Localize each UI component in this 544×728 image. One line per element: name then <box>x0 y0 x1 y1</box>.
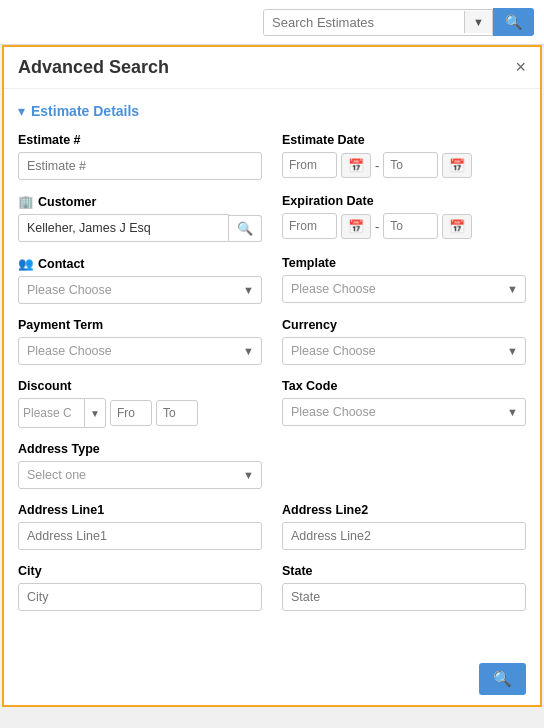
panel-body: ▾ Estimate Details Estimate # Estimate D… <box>4 89 540 705</box>
close-button[interactable]: × <box>515 57 526 78</box>
address-line1-label: Address Line1 <box>18 503 262 517</box>
estimate-num-label: Estimate # <box>18 133 262 147</box>
estimate-date-group: Estimate Date 📅 - 📅 <box>282 133 526 180</box>
template-label: Template <box>282 256 526 270</box>
search-input[interactable] <box>264 10 464 35</box>
estimate-num-input[interactable] <box>18 152 262 180</box>
customer-search-button[interactable]: 🔍 <box>229 215 262 242</box>
address-type-select[interactable]: Select one <box>18 461 262 489</box>
expiration-to-calendar[interactable]: 📅 <box>442 214 472 239</box>
section-toggle-icon[interactable]: ▾ <box>18 103 25 119</box>
search-button-top[interactable]: 🔍 <box>493 8 534 36</box>
tax-code-label: Tax Code <box>282 379 526 393</box>
customer-input-wrap: 🔍 <box>18 214 262 242</box>
contact-select-wrap: Please Choose ▼ <box>18 276 262 304</box>
address-line1-input[interactable] <box>18 522 262 550</box>
discount-dropdown-arrow: ▼ <box>84 399 105 427</box>
customer-icon: 🏢 <box>18 194 34 209</box>
payment-term-group: Payment Term Please Choose ▼ <box>18 318 262 365</box>
currency-select-wrap: Please Choose ▼ <box>282 337 526 365</box>
address-line2-group: Address Line2 <box>282 503 526 550</box>
section-header: ▾ Estimate Details <box>18 103 526 119</box>
currency-select[interactable]: Please Choose <box>282 337 526 365</box>
bottom-bar: 🔍 <box>465 653 540 705</box>
contact-icon: 👥 <box>18 256 34 271</box>
search-icon-bottom: 🔍 <box>493 670 512 687</box>
address-line1-group: Address Line1 <box>18 503 262 550</box>
template-group: Template Please Choose ▼ <box>282 256 526 304</box>
template-select-wrap: Please Choose ▼ <box>282 275 526 303</box>
estimate-date-to-calendar[interactable]: 📅 <box>442 153 472 178</box>
panel-header: Advanced Search × <box>4 47 540 89</box>
discount-from-input[interactable] <box>110 400 152 426</box>
city-label: City <box>18 564 262 578</box>
expiration-date-label: Expiration Date <box>282 194 526 208</box>
estimate-date-to[interactable] <box>383 152 438 178</box>
empty-right-group <box>282 442 526 489</box>
tax-code-select[interactable]: Please Choose <box>282 398 526 426</box>
expiration-from-calendar[interactable]: 📅 <box>341 214 371 239</box>
expiration-date-range: 📅 - 📅 <box>282 213 526 239</box>
state-label: State <box>282 564 526 578</box>
customer-input[interactable] <box>18 214 229 242</box>
state-input[interactable] <box>282 583 526 611</box>
customer-group: 🏢 Customer 🔍 <box>18 194 262 242</box>
currency-group: Currency Please Choose ▼ <box>282 318 526 365</box>
section-title: Estimate Details <box>31 103 139 119</box>
search-button-bottom[interactable]: 🔍 <box>479 663 526 695</box>
discount-row: Please C ▼ <box>18 398 262 428</box>
estimate-date-range: 📅 - 📅 <box>282 152 526 178</box>
city-input[interactable] <box>18 583 262 611</box>
address-line2-label: Address Line2 <box>282 503 526 517</box>
estimate-date-from-calendar[interactable]: 📅 <box>341 153 371 178</box>
currency-label: Currency <box>282 318 526 332</box>
address-type-label: Address Type <box>18 442 262 456</box>
address-line2-input[interactable] <box>282 522 526 550</box>
discount-group: Discount Please C ▼ <box>18 379 262 428</box>
discount-label: Discount <box>18 379 262 393</box>
estimate-date-from[interactable] <box>282 152 337 178</box>
contact-select[interactable]: Please Choose <box>18 276 262 304</box>
discount-select[interactable]: Please C <box>19 401 84 425</box>
discount-to-input[interactable] <box>156 400 198 426</box>
form-grid: Estimate # Estimate Date 📅 - 📅 🏢 Cust <box>18 133 526 625</box>
contact-label: 👥 Contact <box>18 256 262 271</box>
estimate-num-group: Estimate # <box>18 133 262 180</box>
template-select[interactable]: Please Choose <box>282 275 526 303</box>
expiration-date-group: Expiration Date 📅 - 📅 <box>282 194 526 242</box>
address-type-select-wrap: Select one ▼ <box>18 461 262 489</box>
expiration-from[interactable] <box>282 213 337 239</box>
city-group: City <box>18 564 262 611</box>
estimate-date-label: Estimate Date <box>282 133 526 147</box>
payment-term-select[interactable]: Please Choose <box>18 337 262 365</box>
expiration-to[interactable] <box>383 213 438 239</box>
search-dropdown-toggle[interactable]: ▼ <box>464 11 492 33</box>
tax-code-select-wrap: Please Choose ▼ <box>282 398 526 426</box>
search-wrap: ▼ <box>263 9 493 36</box>
date-range-separator: - <box>375 158 379 173</box>
search-icon: 🔍 <box>237 221 253 236</box>
payment-term-label: Payment Term <box>18 318 262 332</box>
advanced-search-panel: Advanced Search × ▾ Estimate Details Est… <box>2 45 542 707</box>
address-type-group: Address Type Select one ▼ <box>18 442 262 489</box>
expiration-sep: - <box>375 219 379 234</box>
payment-term-select-wrap: Please Choose ▼ <box>18 337 262 365</box>
customer-label: 🏢 Customer <box>18 194 262 209</box>
panel-title: Advanced Search <box>18 57 169 78</box>
top-bar: ▼ 🔍 <box>0 0 544 45</box>
search-icon: 🔍 <box>505 14 522 30</box>
contact-group: 👥 Contact Please Choose ▼ <box>18 256 262 304</box>
state-group: State <box>282 564 526 611</box>
tax-code-group: Tax Code Please Choose ▼ <box>282 379 526 428</box>
